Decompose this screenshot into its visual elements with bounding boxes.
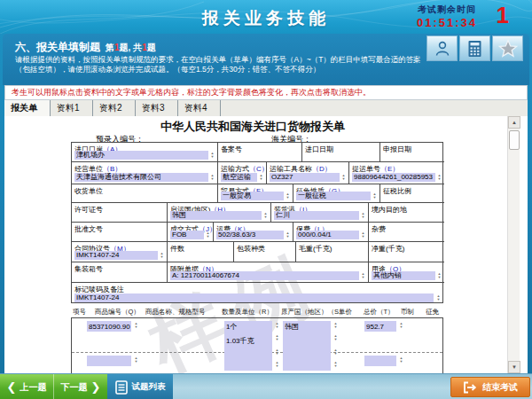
transport-name-input[interactable]: OZ327 <box>270 173 340 182</box>
transaction-mode-input[interactable]: FOB <box>170 231 204 239</box>
exit-icon <box>463 381 477 394</box>
goods-col-total: 总价（T） <box>364 308 395 317</box>
tab-material-4[interactable]: 资料4 <box>178 100 221 116</box>
tab-material-3[interactable]: 资料3 <box>136 100 178 116</box>
spinner-icon[interactable] <box>274 360 280 369</box>
list-icon <box>115 380 128 395</box>
goods-code-input[interactable] <box>87 356 131 366</box>
goods-total-input[interactable] <box>364 356 396 366</box>
chevron-left-icon: ❮ <box>7 381 17 393</box>
insurance-input[interactable]: 000/0.04/1 <box>296 231 359 239</box>
goods-code-input[interactable]: 85371090.90 <box>87 321 131 332</box>
question-instructions: 请根据提供的资料，按照报关单填制规范的要求，在空白报关单（草单）编有序号（A）~… <box>15 55 425 74</box>
spinner-icon[interactable] <box>372 192 378 200</box>
attached-docs-input[interactable]: A: 121700114067674 <box>170 271 359 280</box>
tab-material-1[interactable]: 资料1 <box>51 100 93 116</box>
levy-nature-input[interactable]: 一般征税 <box>296 192 371 200</box>
marks-remarks-input[interactable]: IMKT1407-24 <box>74 293 434 302</box>
spinner-icon[interactable] <box>285 192 291 200</box>
person-icon <box>434 40 450 58</box>
spinner-icon[interactable] <box>332 321 339 330</box>
spinner-icon[interactable] <box>133 321 139 330</box>
spinner-icon[interactable] <box>159 251 165 260</box>
scroll-down-icon[interactable]: ▼ <box>508 361 520 373</box>
chevron-right-icon: ❯ <box>91 381 101 393</box>
field-packing-type: 包装种类 <box>234 242 296 262</box>
goods-table-header: 项号 商品编号（Q） 商品名称、规格型号 数量及单位（R） 原产国（地区）（S）… <box>71 308 443 317</box>
spinner-icon[interactable] <box>262 211 269 220</box>
toolbar <box>426 35 523 61</box>
spinner-icon[interactable] <box>340 173 347 182</box>
transport-mode-input[interactable]: 航空运输 <box>221 173 257 182</box>
operator-input[interactable]: 天津益海通信技术有限公司 <box>74 173 208 182</box>
spinner-icon[interactable] <box>360 271 366 280</box>
spinner-icon[interactable] <box>205 231 211 239</box>
freight-input[interactable]: 502/38.63/3 <box>216 231 284 239</box>
next-question-button[interactable]: 下一题 ❯ <box>53 374 107 399</box>
bill-no-input[interactable]: 98809644261_00285953 <box>352 173 435 182</box>
departure-country-input[interactable]: 韩国 <box>170 211 262 220</box>
contract-no-input[interactable]: IMKT1407-24 <box>74 251 158 260</box>
import-port-input[interactable]: 津机场办 <box>74 151 208 160</box>
field-operator: 经营单位（B） 天津益海通信技术有限公司 <box>72 162 218 184</box>
spinner-icon[interactable] <box>133 356 139 364</box>
field-transport-name: 运输工具名称（D） OZ327 <box>267 162 349 184</box>
goods-origin-input[interactable]: 韩国 <box>283 321 331 371</box>
star-icon <box>498 39 518 58</box>
spinner-icon[interactable] <box>332 348 339 356</box>
spinner-icon[interactable] <box>436 173 442 182</box>
spinner-icon[interactable] <box>435 293 442 302</box>
field-contract-no: 合同协议号（M） IMKT1407-24 <box>72 242 168 262</box>
scroll-up-icon[interactable]: ▲ <box>508 116 520 129</box>
spinner-icon[interactable] <box>398 356 404 364</box>
spinner-icon[interactable] <box>285 231 291 239</box>
goods-col-unit-price: 单价 <box>339 308 352 317</box>
spinner-icon[interactable] <box>360 231 366 239</box>
spinner-icon[interactable] <box>274 333 280 342</box>
goods-col-name: 商品名称、规格型号 <box>145 308 206 317</box>
goods-qty-input[interactable]: 1个 1.03千克 <box>224 321 272 371</box>
field-container-no: 集装箱号 <box>72 262 168 283</box>
spinner-icon[interactable] <box>274 348 280 356</box>
tab-declaration-form[interactable]: 报关单 <box>4 100 51 116</box>
timer-label: 考试剩余时间 <box>417 4 477 16</box>
previous-question-button[interactable]: ❮ 上一题 <box>0 374 53 399</box>
spinner-icon[interactable] <box>398 321 404 330</box>
question-list-button[interactable]: 试题列表 <box>107 374 173 399</box>
spinner-icon[interactable] <box>332 360 339 369</box>
question-nav-group: ❮ 上一题 下一题 ❯ <box>0 374 107 399</box>
calculator-button[interactable] <box>459 35 490 61</box>
spinner-icon[interactable] <box>209 151 215 160</box>
candidate-info-button[interactable] <box>426 35 458 61</box>
field-insurance: 保费（L） 000/0.04/1 <box>293 223 369 242</box>
field-pieces: 件数 <box>168 242 234 262</box>
field-bill-no: 提运单号（E） 98809644261_00285953 <box>349 162 444 184</box>
spinner-icon[interactable] <box>274 321 280 330</box>
scrollbar-thumb[interactable] <box>509 130 520 150</box>
trade-mode-input[interactable]: 一般贸易 <box>221 192 284 200</box>
tab-bar: 报关单 资料1 资料2 资料3 资料4 <box>4 100 528 116</box>
tab-material-2[interactable]: 资料2 <box>93 100 136 116</box>
navigation-bar: ❮ 上一题 下一题 ❯ 试题列表 结束考试 <box>0 373 532 399</box>
exam-window: 报关业务技能 考试剩余时间 01:51:34 1 六、报关单填制题第1题, 共1… <box>0 0 532 399</box>
purpose-input[interactable]: 其他内销 <box>372 271 435 280</box>
declaration-table: 进口口岸（A） 津机场办 备案号 进口日期 申报日期 经营单位（B） 天津益海通… <box>71 142 443 303</box>
field-departure-country: 启运国(地区)（H） 韩国 <box>168 203 271 223</box>
field-freight: 运费（K） 502/38.63/3 <box>214 223 293 242</box>
spinner-icon[interactable] <box>436 271 442 280</box>
question-progress: 第1题, 共1题 <box>106 43 156 52</box>
goods-col-qty: 数量及单位（R） <box>222 308 273 317</box>
end-exam-button[interactable]: 结束考试 <box>450 377 530 397</box>
field-declare-date: 申报日期 <box>380 143 444 162</box>
spinner-icon[interactable] <box>209 173 215 182</box>
goods-total-input[interactable]: 952.7 <box>364 321 396 332</box>
spinner-icon[interactable] <box>332 333 339 342</box>
bookmark-button[interactable] <box>492 35 523 61</box>
field-transport-mode: 运输方式（C） 航空运输 <box>218 162 267 184</box>
question-section-title: 六、报关单填制题第1题, 共1题 <box>15 40 156 55</box>
field-marks-remarks: 标记唛码及备注 IMKT1407-24 <box>72 283 444 304</box>
spinner-icon[interactable] <box>258 173 264 182</box>
vertical-scrollbar[interactable]: ▲ ▼ <box>507 116 520 373</box>
spinner-icon[interactable] <box>360 211 366 220</box>
loading-port-input[interactable]: 仁川 <box>274 211 359 220</box>
